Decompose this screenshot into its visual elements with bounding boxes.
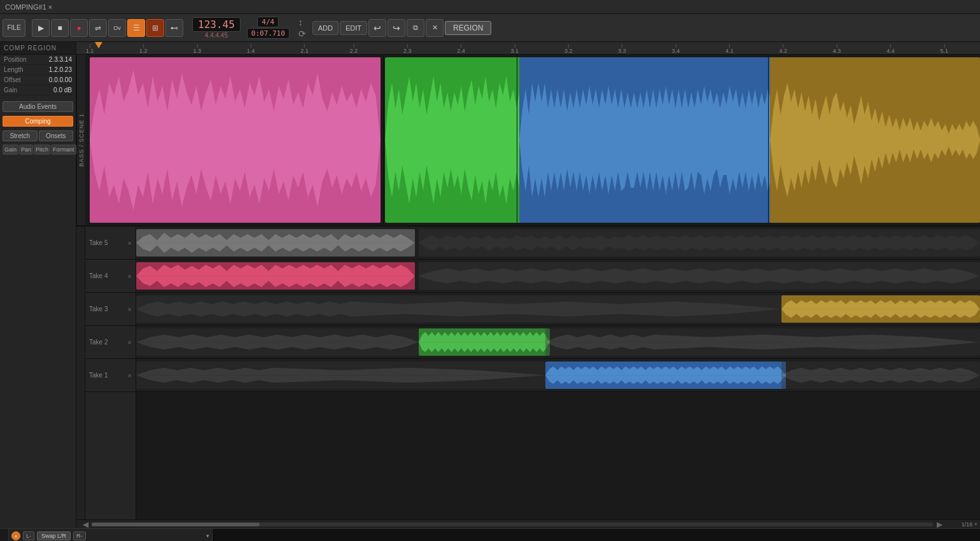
time-display-block: 123.45 4.4.4.45 [192, 17, 241, 39]
audio-events-button[interactable]: Audio Events [3, 101, 73, 112]
position-row: Position 2.3.3.14 [0, 55, 76, 65]
pan-tab[interactable]: Pan [19, 144, 33, 155]
take1-block-1 [136, 362, 545, 389]
onsets-button[interactable]: Onsets [39, 130, 74, 141]
track-area: 1.1 1.2 1.3 1.4 2.1 [76, 42, 980, 528]
menu-dots[interactable]: ▾ [206, 533, 209, 539]
takes-area: Take 5 × Take 4 × Take 3 × Take 2 × [76, 227, 980, 519]
take4-label: Take 4 [89, 272, 108, 279]
pitch-tab[interactable]: Pitch [34, 144, 50, 155]
stretch-onsets-row: Stretch Onsets [0, 129, 76, 143]
take2-row[interactable] [136, 326, 980, 359]
scroll-thumb [92, 523, 260, 526]
waveform-svg-blue [519, 57, 774, 223]
scroll-right-btn[interactable]: ▶ [933, 520, 946, 529]
file-button[interactable]: FILE [3, 19, 25, 37]
take5-label-row: Take 5 × [85, 227, 136, 260]
take4-row[interactable] [136, 260, 980, 293]
channel-power-btn[interactable]: ● [11, 531, 20, 540]
comp-region-title: COMP REGION [0, 42, 76, 55]
divider-2 [517, 55, 517, 225]
add-button[interactable]: ADD [312, 21, 339, 35]
take3-close[interactable]: × [128, 306, 132, 313]
snap-button[interactable]: ⊷ [165, 19, 183, 37]
stretch-button[interactable]: Stretch [3, 130, 38, 141]
audio-events-row: Audio Events [0, 99, 76, 114]
take5-block-2 [419, 229, 980, 256]
loop-button[interactable]: ⇌ [89, 19, 107, 37]
ruler-mark-13: 4.2 [779, 44, 787, 54]
take1-block-active [545, 362, 786, 389]
ruler-mark-14: 4.3 [833, 44, 841, 54]
comp-block-blue[interactable] [519, 57, 774, 223]
waveform-svg-yellow [770, 57, 980, 223]
take2-block-active [419, 328, 550, 356]
ruler-mark-4: 2.1 [300, 44, 309, 54]
left-panel: COMP REGION Position 2.3.3.14 Length 1.2… [0, 42, 76, 528]
comp-block-pink[interactable] [90, 57, 381, 223]
take4-close[interactable]: × [128, 272, 132, 280]
take1-label-row: Take 1 × [85, 359, 136, 392]
divider-1 [383, 55, 384, 225]
take5-label: Take 5 [89, 239, 108, 246]
swap-lr-btn[interactable]: Swap L/R [37, 531, 71, 540]
lr-left-btn[interactable]: L- [23, 531, 34, 540]
comp-waveforms [85, 55, 980, 225]
take3-row[interactable] [136, 293, 980, 326]
redo-button[interactable]: ↪ [388, 19, 405, 37]
play-button[interactable]: ▶ [32, 19, 50, 37]
position-value: 2.3.3.14 [49, 56, 72, 63]
length-row: Length 1.2.0.23 [0, 65, 76, 75]
delete-button[interactable]: ✕ [426, 19, 444, 37]
take3-label: Take 3 [89, 306, 108, 313]
comp-block-green[interactable] [385, 57, 524, 223]
offset-label: Offset [4, 76, 21, 83]
position-label: Position [4, 56, 27, 63]
ruler-mark-6: 2.3 [403, 44, 412, 54]
gain-prop-label: Gain [4, 87, 17, 94]
comp-block-yellow[interactable] [770, 57, 980, 223]
zoom-label: 1/16 + [946, 521, 977, 528]
record-button[interactable]: ● [70, 19, 88, 37]
comp-button[interactable]: ☰ [127, 19, 145, 37]
take1-row[interactable] [136, 359, 980, 392]
ruler-content: 1.1 1.2 1.3 1.4 2.1 [85, 42, 980, 54]
comping-button[interactable]: Comping [3, 116, 73, 127]
take1-close[interactable]: × [128, 372, 132, 379]
comping-row: Comping [0, 114, 76, 129]
grid-button[interactable]: ⊞ [146, 19, 164, 37]
lr-right-btn[interactable]: R- [73, 531, 86, 540]
take2-label: Take 2 [89, 339, 108, 346]
ruler-mark-2: 1.3 [193, 44, 201, 54]
gain-tab[interactable]: Gain [3, 144, 18, 155]
ruler-mark-5: 2.2 [350, 44, 358, 54]
title-text: COMPING#1 × [5, 3, 52, 11]
takes-side [76, 227, 85, 519]
take2-close[interactable]: × [128, 339, 132, 346]
ruler-mark-7: 2.4 [457, 44, 465, 54]
playhead [95, 42, 102, 48]
take1-block-3 [781, 362, 980, 389]
comp-region-content: BASS / SCENE 1 [76, 55, 980, 225]
undo-button[interactable]: ↩ [368, 19, 386, 37]
take5-close[interactable]: × [128, 239, 132, 247]
comp-region: BASS / SCENE 1 [76, 55, 980, 227]
length-value: 1.2.0.23 [49, 66, 72, 73]
waveform-svg-pink [90, 57, 381, 223]
copy-button[interactable]: ⧉ [407, 19, 424, 37]
formant-tab[interactable]: Formant [51, 144, 76, 155]
scroll-track[interactable] [92, 523, 933, 526]
stop-button[interactable]: ■ [51, 19, 69, 37]
take5-row[interactable] [136, 227, 980, 260]
ruler-mark-11: 3.4 [672, 44, 680, 54]
tabs-row: Gain Pan Pitch Formant [0, 143, 76, 156]
scroll-left-btn[interactable]: ◀ [79, 520, 92, 529]
edit-button[interactable]: EDIT [340, 21, 367, 35]
main-layout: COMP REGION Position 2.3.3.14 Length 1.2… [0, 42, 980, 528]
divider-3 [768, 55, 769, 225]
overdub-button[interactable]: Ov [108, 19, 126, 37]
transport-extra: ↕ ⟳ [298, 17, 306, 39]
region-button[interactable]: REGION [445, 21, 491, 35]
time-offset: 0:07.710 [247, 28, 290, 39]
titlebar: COMPING#1 × [0, 0, 980, 14]
